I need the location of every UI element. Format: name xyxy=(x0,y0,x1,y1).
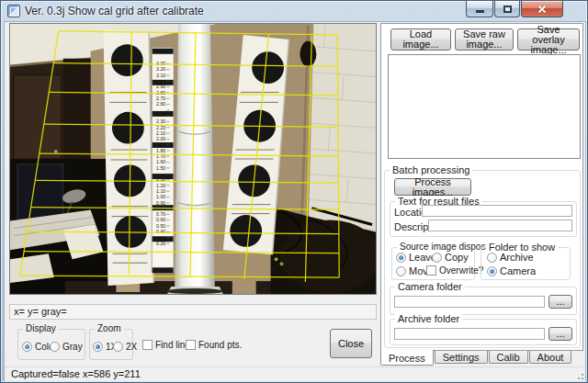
display-group: Display Color Gray xyxy=(17,329,85,360)
found-pts-checkbox[interactable]: Found pts. xyxy=(186,340,242,350)
batch-processing-label: Batch processing xyxy=(390,164,472,175)
svg-text:2.70: 2.70 xyxy=(156,96,165,101)
archive-folder-group: Archive folder ... xyxy=(390,319,577,345)
maximize-icon xyxy=(503,6,512,13)
radio-color-icon xyxy=(22,342,32,352)
camera-folder-browse-button[interactable]: ... xyxy=(548,295,572,309)
radio-2x-icon xyxy=(113,342,123,352)
overwrite-checkbox[interactable]: Overwrite? xyxy=(426,265,483,276)
svg-text:0.90: 0.90 xyxy=(156,200,165,206)
close-icon xyxy=(537,4,548,15)
save-raw-image-button[interactable]: Save raw image... xyxy=(455,28,514,51)
svg-text:1.10: 1.10 xyxy=(156,188,165,194)
minimize-icon xyxy=(476,10,484,13)
status-text: Captured=false x=586 y=211 xyxy=(11,368,141,379)
resize-grip[interactable] xyxy=(575,371,584,380)
tab-about[interactable]: About xyxy=(529,351,572,364)
tab-settings[interactable]: Settings xyxy=(435,351,488,364)
svg-text:0.20: 0.20 xyxy=(156,241,165,246)
folder-to-show-group: Folder to show Archive Camera xyxy=(481,247,571,280)
svg-text:0.50: 0.50 xyxy=(156,223,165,229)
svg-text:1.80: 1.80 xyxy=(156,148,165,153)
overwrite-checkbox-icon xyxy=(426,265,436,276)
titlebar[interactable]: Ver. 0.3j Show cal grid after calibrate xyxy=(1,1,588,21)
svg-text:1.20: 1.20 xyxy=(156,183,165,188)
client-area: 3.303.203.102.902.802.702.602.302.202.10… xyxy=(4,21,586,381)
svg-text:2.90: 2.90 xyxy=(156,84,165,89)
radio-archive[interactable]: Archive xyxy=(487,252,534,263)
camera-folder-input[interactable] xyxy=(394,296,545,308)
zoom-group-label: Zoom xyxy=(95,323,124,333)
radio-gray[interactable]: Gray xyxy=(50,342,83,352)
radio-move-icon xyxy=(396,266,406,276)
svg-text:2.10: 2.10 xyxy=(156,130,165,136)
batch-processing-group: Batch processing Process images... Text … xyxy=(384,170,581,348)
svg-text:0.60: 0.60 xyxy=(156,217,165,222)
radio-camera-icon xyxy=(487,266,497,276)
archive-folder-browse-button[interactable]: ... xyxy=(548,327,572,341)
description-input[interactable] xyxy=(428,220,572,231)
pixel-readout: x= y= gray= xyxy=(9,304,377,320)
archive-folder-label: Archive folder xyxy=(395,313,462,324)
find-line-checkbox[interactable]: Find line xyxy=(142,340,190,350)
svg-text:1.60: 1.60 xyxy=(156,159,165,164)
find-line-checkbox-icon xyxy=(142,340,153,350)
svg-text:2.00: 2.00 xyxy=(156,136,165,141)
radio-leave[interactable]: Leave xyxy=(396,252,436,263)
radio-gray-icon xyxy=(50,342,60,352)
svg-text:2.60: 2.60 xyxy=(156,101,165,107)
radio-camera[interactable]: Camera xyxy=(487,265,536,276)
radio-copy-icon xyxy=(432,253,442,263)
tab-calib[interactable]: Calib xyxy=(489,351,528,364)
load-image-button[interactable]: Load image... xyxy=(390,28,451,51)
camera-image-view[interactable]: 3.303.203.102.902.802.702.602.302.202.10… xyxy=(9,23,377,295)
close-window-button[interactable] xyxy=(521,1,563,17)
image-list[interactable] xyxy=(388,54,581,159)
display-group-label: Display xyxy=(23,323,59,333)
camera-folder-group: Camera folder ... xyxy=(390,287,577,315)
location-input[interactable] xyxy=(422,205,572,217)
radio-copy[interactable]: Copy xyxy=(432,252,469,263)
svg-text:0.70: 0.70 xyxy=(156,211,165,217)
archive-folder-input[interactable] xyxy=(394,328,545,340)
tab-process[interactable]: Process xyxy=(380,350,434,366)
app-icon xyxy=(7,5,20,17)
source-disposition-group: Source image disposition Leave Copy Move xyxy=(391,247,475,280)
app-window: Ver. 0.3j Show cal grid after calibrate xyxy=(0,0,588,383)
svg-text:3.20: 3.20 xyxy=(156,67,165,73)
svg-text:1.00: 1.00 xyxy=(156,194,165,199)
svg-text:0.40: 0.40 xyxy=(156,229,165,234)
result-files-group: Text for result files Location: Descript… xyxy=(390,201,577,237)
radio-leave-icon xyxy=(396,253,406,263)
svg-text:3.10: 3.10 xyxy=(156,73,165,78)
camera-folder-label: Camera folder xyxy=(395,281,465,292)
radio-2x[interactable]: 2X xyxy=(113,342,137,352)
minimize-button[interactable] xyxy=(466,1,493,17)
radio-1x-icon xyxy=(93,342,103,352)
process-images-button[interactable]: Process images... xyxy=(394,178,471,196)
svg-text:3.30: 3.30 xyxy=(156,61,165,66)
radio-archive-icon xyxy=(487,253,497,263)
window-title: Ver. 0.3j Show cal grid after calibrate xyxy=(25,5,204,17)
svg-text:2.80: 2.80 xyxy=(156,90,165,96)
found-pts-checkbox-icon xyxy=(186,340,196,350)
svg-text:2.30: 2.30 xyxy=(156,118,165,124)
zoom-group: Zoom 1X 2X xyxy=(89,329,133,360)
save-overlay-image-button[interactable]: Save overlay image... xyxy=(517,28,580,51)
status-bar: Captured=false x=586 y=211 xyxy=(5,366,585,381)
svg-text:1.50: 1.50 xyxy=(156,165,165,171)
process-tab-page: Load image... Save raw image... Save ove… xyxy=(380,23,583,351)
maximize-button[interactable] xyxy=(494,1,520,17)
close-button[interactable]: Close xyxy=(330,329,372,358)
